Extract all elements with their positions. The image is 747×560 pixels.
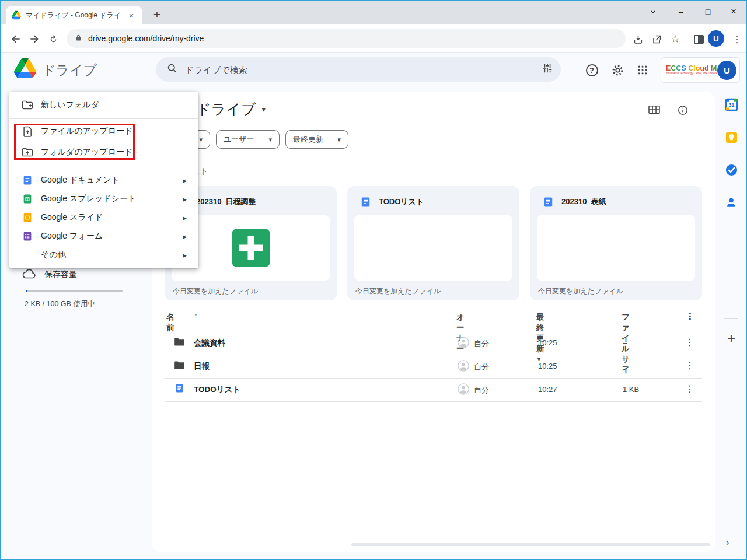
file-size: – xyxy=(623,362,627,370)
contacts-icon[interactable] xyxy=(724,195,738,209)
drive-favicon xyxy=(12,10,21,20)
browser-tab[interactable]: マイドライブ - Google ドライブ × xyxy=(6,6,142,24)
main-panel: マイドライブ ▾ タイプ▾ ユーザー▾ 最終更新▾ サジェスト xyxy=(152,92,715,552)
upload-highlight-annotation xyxy=(14,124,135,160)
menu-item-google-forms[interactable]: Google フォーム ▸ xyxy=(9,227,198,246)
card-title: 202310_表紙 xyxy=(561,197,606,207)
docs-icon xyxy=(542,195,554,208)
card-title: TODOリスト xyxy=(379,197,424,207)
side-panel-icon[interactable] xyxy=(691,32,706,47)
back-button[interactable] xyxy=(8,32,23,47)
owner-avatar-icon xyxy=(458,360,469,372)
drive-logo[interactable] xyxy=(14,58,36,80)
docs-icon xyxy=(174,383,184,396)
table-header-kebab-icon[interactable]: ⋮ xyxy=(685,311,694,322)
svg-text:31: 31 xyxy=(728,102,734,108)
column-name[interactable]: 名前 xyxy=(166,312,174,333)
submenu-arrow-icon: ▸ xyxy=(183,232,187,241)
folder-icon xyxy=(174,360,185,372)
window-minimize-button[interactable]: – xyxy=(669,2,693,21)
browser-menu-kebab-icon[interactable]: ⋮ xyxy=(729,32,745,47)
lock-icon xyxy=(75,33,82,44)
tab-search-chevron-icon[interactable] xyxy=(641,2,665,21)
bookmark-star-icon[interactable]: ☆ xyxy=(668,32,683,47)
menu-item-google-docs[interactable]: Google ドキュメント ▸ xyxy=(9,171,198,190)
card-title: 202310_日程調整 xyxy=(196,197,256,207)
new-tab-button[interactable]: + xyxy=(148,6,166,23)
sort-up-icon[interactable]: ↑ xyxy=(194,312,198,320)
drive-account-avatar[interactable]: U xyxy=(717,61,736,80)
filter-chip-user[interactable]: ユーザー▾ xyxy=(216,130,280,149)
keep-icon[interactable] xyxy=(724,130,738,144)
browser-window: マイドライブ - Google ドライブ × + – □ × drive.goo… xyxy=(0,0,747,560)
folder-icon xyxy=(174,337,185,349)
docs-icon xyxy=(21,174,34,187)
menu-item-google-sheets[interactable]: Google スプレッドシート ▸ xyxy=(9,190,198,208)
card-preview xyxy=(354,215,512,281)
url-text: drive.google.com/drive/my-drive xyxy=(88,34,204,43)
url-bar[interactable]: drive.google.com/drive/my-drive xyxy=(67,29,626,48)
owner-label: 自分 xyxy=(474,338,489,349)
menu-item-google-slides[interactable]: Google スライド ▸ xyxy=(9,208,198,227)
collapse-panel-chevron-icon[interactable]: › xyxy=(726,537,729,548)
browser-profile-avatar[interactable]: U xyxy=(708,30,724,47)
file-size: – xyxy=(623,338,627,347)
forward-button[interactable] xyxy=(27,32,42,47)
details-info-icon[interactable] xyxy=(677,104,689,116)
storage-section[interactable]: 保存容量 xyxy=(22,268,77,281)
owner-avatar-icon xyxy=(458,337,469,348)
owner-avatar-icon xyxy=(458,383,469,395)
tasks-icon[interactable] xyxy=(724,163,738,177)
drive-app-name: ドライブ xyxy=(42,61,97,79)
share-icon[interactable] xyxy=(649,32,664,47)
sheets-logo-large xyxy=(232,229,270,267)
storage-progress-bar xyxy=(26,290,123,292)
storage-usage-text: 2 KB / 100 GB 使用中 xyxy=(25,299,95,309)
tab-close-button[interactable]: × xyxy=(126,10,137,20)
suggestion-card[interactable]: TODOリスト 今日変更を加えたファイル xyxy=(347,186,519,300)
cloud-icon xyxy=(22,268,36,281)
menu-item-more[interactable]: その他 ▸ xyxy=(9,246,198,264)
window-maximize-button[interactable]: □ xyxy=(696,2,720,21)
drive-search-bar[interactable] xyxy=(156,57,561,82)
row-kebab-icon[interactable]: ⋮ xyxy=(685,337,694,348)
card-footer: 今日変更を加えたファイル xyxy=(173,286,258,296)
submenu-arrow-icon: ▸ xyxy=(183,251,187,260)
rail-add-button[interactable]: + xyxy=(723,330,739,346)
submenu-arrow-icon: ▸ xyxy=(183,176,187,185)
eccs-account-badge[interactable]: ECCS Cloud Mail Information Technology C… xyxy=(661,57,740,83)
eccs-subtitle: Information Technology Center, The Unive… xyxy=(666,72,717,75)
row-kebab-icon[interactable]: ⋮ xyxy=(685,360,694,371)
apps-grid-icon[interactable] xyxy=(635,62,650,78)
chevron-down-icon: ▾ xyxy=(199,136,203,144)
search-options-tune-icon[interactable] xyxy=(541,62,554,77)
tab-title: マイドライブ - Google ドライブ xyxy=(26,10,121,20)
docs-icon xyxy=(359,195,372,208)
search-input[interactable] xyxy=(185,65,534,75)
card-preview xyxy=(537,215,695,281)
chevron-down-icon: ▾ xyxy=(268,136,272,144)
sheets-icon xyxy=(21,192,34,205)
suggestion-card[interactable]: 202310_表紙 今日変更を加えたファイル xyxy=(530,186,702,300)
help-icon[interactable]: ? xyxy=(584,62,599,78)
filter-chip-modified[interactable]: 最終更新▾ xyxy=(285,130,348,149)
card-footer: 今日変更を加えたファイル xyxy=(355,286,441,296)
forms-icon xyxy=(21,230,34,243)
modified-time: 10:27 xyxy=(538,385,557,394)
window-close-button[interactable]: × xyxy=(721,2,746,21)
owner-label: 自分 xyxy=(474,362,489,372)
horizontal-scrollbar[interactable] xyxy=(351,543,710,546)
title-caret-icon: ▾ xyxy=(262,105,266,114)
settings-gear-icon[interactable] xyxy=(610,62,625,78)
new-folder-icon xyxy=(21,99,34,111)
tab-strip: マイドライブ - Google ドライブ × + – □ × xyxy=(1,1,746,24)
reload-button[interactable] xyxy=(46,32,61,47)
download-icon[interactable] xyxy=(630,32,645,47)
row-kebab-icon[interactable]: ⋮ xyxy=(685,383,694,394)
menu-item-new-folder[interactable]: 新しいフォルダ xyxy=(9,92,198,118)
submenu-arrow-icon: ▸ xyxy=(183,214,187,222)
list-grid-toggle[interactable] xyxy=(648,104,661,115)
owner-label: 自分 xyxy=(474,385,489,396)
calendar-icon[interactable]: 31 xyxy=(724,97,738,111)
empty-icon-spacer xyxy=(21,249,34,261)
